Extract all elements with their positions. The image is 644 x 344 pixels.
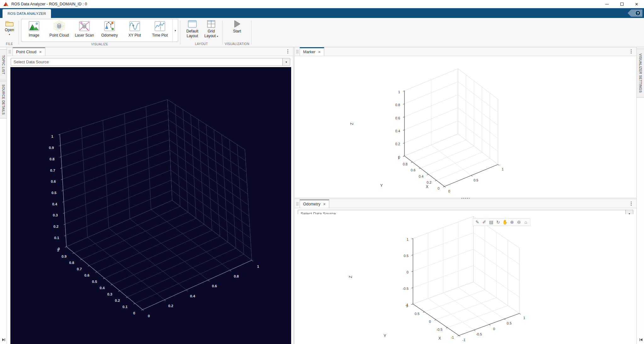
svg-text:-1: -1 bbox=[462, 338, 466, 342]
panel-menu-icon[interactable]: ⋮ bbox=[285, 49, 290, 54]
export-icon[interactable]: ✎ bbox=[474, 219, 481, 226]
svg-text:0.6: 0.6 bbox=[212, 284, 217, 288]
marker-3d-plot[interactable]: 00.20.40.60.8100.5100.20.40.60.81XYZ bbox=[295, 57, 636, 198]
grid-layout-label: Grid Layout ▾ bbox=[204, 29, 218, 38]
svg-text:0.5: 0.5 bbox=[404, 254, 409, 258]
laser-scan-icon bbox=[78, 20, 91, 32]
close-tab-icon[interactable]: ✕ bbox=[39, 50, 42, 54]
drag-handle-icon[interactable] bbox=[296, 50, 299, 53]
drag-handle-icon[interactable] bbox=[8, 50, 11, 53]
panel-menu-icon[interactable]: ⋮ bbox=[629, 49, 634, 54]
svg-text:0.1: 0.1 bbox=[122, 305, 128, 309]
image-button[interactable]: Image bbox=[21, 19, 47, 42]
time-plot-icon bbox=[154, 20, 166, 32]
svg-text:0.2: 0.2 bbox=[168, 304, 173, 308]
point-cloud-tab-label: Point Cloud bbox=[16, 50, 37, 54]
gallery-overflow-button[interactable]: ▾ bbox=[172, 19, 178, 42]
odometry-button[interactable]: Odometry bbox=[97, 19, 122, 42]
zoom-in-icon[interactable]: ⊕ bbox=[509, 219, 515, 226]
close-tab-icon[interactable]: ✕ bbox=[323, 202, 326, 206]
sidebar-item-source-details[interactable]: SOURCE DETAILS bbox=[0, 81, 7, 118]
drag-handle-icon[interactable] bbox=[296, 202, 299, 205]
svg-text:0: 0 bbox=[58, 247, 60, 251]
panel-menu-icon[interactable]: ⋮ bbox=[629, 201, 634, 206]
tab-odometry[interactable]: Odometry ✕ bbox=[300, 199, 329, 208]
svg-text:0.7: 0.7 bbox=[77, 267, 82, 271]
title-bar: ROS Data Analyzer - ROS_DOMAIN_ID : 0 ✕ bbox=[0, 0, 644, 8]
time-plot-button[interactable]: Time Plot bbox=[147, 19, 172, 42]
sidebar-item-topic-list[interactable]: TOPIC LIST bbox=[0, 49, 7, 80]
help-button[interactable]: ? bbox=[628, 9, 642, 17]
matlab-logo-icon bbox=[3, 2, 8, 6]
odometry-3d-plot[interactable]: -1-0.500.51-1-0.500.51-1-0.500.51XYZ bbox=[295, 214, 636, 344]
maximize-button[interactable] bbox=[614, 0, 629, 8]
default-layout-label: Default Layout bbox=[184, 29, 200, 38]
tab-marker[interactable]: Marker ✕ bbox=[300, 47, 324, 56]
expand-right-panel-button[interactable] bbox=[638, 337, 643, 342]
point-cloud-3d-plot[interactable]: 00.10.20.30.40.50.60.70.80.9100.20.40.60… bbox=[10, 67, 291, 344]
svg-text:1: 1 bbox=[502, 167, 504, 171]
default-layout-button[interactable]: Default Layout bbox=[183, 19, 202, 38]
start-button[interactable]: Start bbox=[231, 19, 243, 34]
point-cloud-data-source-select[interactable]: Select Data Source ▾ bbox=[11, 58, 290, 66]
laser-scan-label: Laser Scan bbox=[75, 33, 94, 37]
grid-layout-dropdown-icon: ▾ bbox=[217, 35, 218, 38]
open-dropdown-icon: ▾ bbox=[9, 33, 10, 36]
image-icon bbox=[28, 20, 40, 32]
svg-text:0.5: 0.5 bbox=[52, 191, 57, 195]
window-title: ROS Data Analyzer - ROS_DOMAIN_ID : 0 bbox=[11, 2, 87, 6]
start-icon bbox=[233, 20, 241, 28]
left-side-strip: TOPIC LIST SOURCE DETAILS bbox=[0, 47, 7, 344]
odometry-tabbar: Odometry ✕ ⋮ bbox=[295, 199, 636, 208]
close-tab-icon[interactable]: ✕ bbox=[318, 50, 321, 54]
grid-layout-button[interactable]: Grid Layout ▾ bbox=[202, 19, 220, 38]
svg-text:0.4: 0.4 bbox=[419, 175, 423, 178]
brush-icon[interactable]: ✐ bbox=[481, 219, 488, 226]
xy-plot-button[interactable]: XY Plot bbox=[122, 19, 147, 42]
rotate-icon[interactable]: ↻ bbox=[495, 219, 501, 226]
open-button[interactable]: Open ▾ bbox=[3, 19, 16, 36]
grid-layout-icon bbox=[207, 20, 216, 28]
svg-text:0: 0 bbox=[148, 314, 150, 318]
expand-left-panel-button[interactable] bbox=[1, 337, 6, 342]
pan-icon[interactable]: ✋ bbox=[502, 219, 508, 226]
sidebar-item-visualizer-settings[interactable]: VISUALIZER SETTINGS bbox=[637, 49, 644, 98]
svg-text:0.5: 0.5 bbox=[415, 312, 419, 316]
file-group: Open ▾ FILE bbox=[0, 18, 19, 47]
open-folder-icon bbox=[5, 20, 14, 27]
svg-text:0: 0 bbox=[429, 320, 431, 324]
svg-text:0: 0 bbox=[407, 270, 409, 274]
tab-ros-data-analyzer[interactable]: ROS DATA ANALYZER bbox=[3, 9, 51, 18]
svg-text:0.8: 0.8 bbox=[395, 103, 400, 107]
svg-text:0.6: 0.6 bbox=[395, 116, 400, 120]
point-cloud-icon bbox=[52, 20, 66, 32]
marker-tab-label: Marker bbox=[303, 50, 315, 54]
minimize-button[interactable] bbox=[600, 0, 614, 8]
ribbon-tab-row: ROS DATA ANALYZER ? bbox=[0, 8, 644, 18]
restore-view-icon[interactable]: ⌂ bbox=[523, 219, 529, 226]
svg-text:-1: -1 bbox=[405, 303, 409, 307]
svg-text:Z: Z bbox=[348, 276, 353, 278]
svg-text:0.2: 0.2 bbox=[115, 299, 120, 302]
laser-scan-button[interactable]: Laser Scan bbox=[72, 19, 97, 42]
svg-text:Y: Y bbox=[380, 183, 383, 188]
datatips-icon[interactable]: ▤ bbox=[488, 219, 494, 226]
svg-text:X: X bbox=[426, 185, 429, 189]
svg-text:1: 1 bbox=[51, 135, 54, 138]
svg-text:-0.5: -0.5 bbox=[476, 332, 482, 336]
svg-text:0.6: 0.6 bbox=[84, 273, 89, 277]
svg-text:-0.5: -0.5 bbox=[437, 328, 443, 331]
svg-text:Z: Z bbox=[350, 123, 354, 125]
zoom-out-icon[interactable]: ⊖ bbox=[516, 219, 522, 226]
file-group-label: FILE bbox=[6, 42, 13, 47]
close-button[interactable]: ✕ bbox=[629, 0, 644, 8]
layout-group-label: LAYOUT bbox=[195, 42, 208, 47]
svg-text:0.4: 0.4 bbox=[190, 294, 195, 298]
visualize-group: Image Point bbox=[19, 18, 180, 47]
tab-point-cloud[interactable]: Point Cloud ✕ bbox=[13, 47, 45, 56]
point-cloud-button[interactable]: Point Cloud bbox=[47, 19, 72, 42]
svg-text:0.2: 0.2 bbox=[395, 142, 400, 146]
svg-text:Y: Y bbox=[384, 334, 387, 338]
svg-text:0.8: 0.8 bbox=[234, 274, 239, 278]
chevron-down-icon[interactable]: ▾ bbox=[282, 58, 290, 66]
